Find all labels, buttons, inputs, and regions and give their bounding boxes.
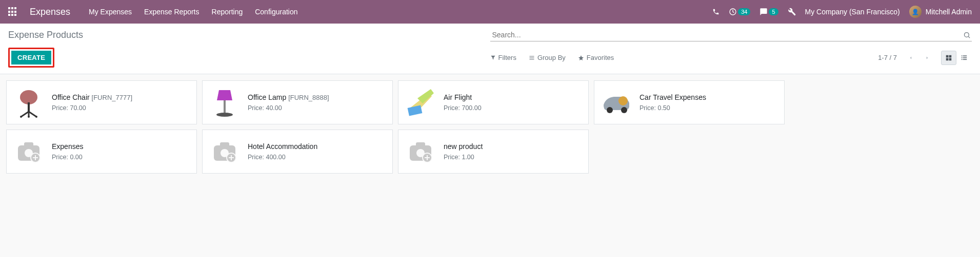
product-name: Office Chair [FURN_7777]: [52, 93, 132, 101]
product-price: Price: 700.00: [444, 104, 482, 112]
product-name: Expenses: [52, 142, 83, 151]
svg-point-28: [618, 96, 628, 105]
svg-rect-7: [962, 55, 963, 56]
product-price: Price: 70.00: [52, 104, 132, 112]
svg-rect-4: [949, 55, 952, 57]
svg-rect-21: [224, 100, 226, 113]
pager-next[interactable]: [921, 51, 934, 65]
svg-rect-10: [963, 57, 967, 58]
product-price: Price: 0.00: [52, 154, 83, 161]
avatar: 👤: [909, 6, 922, 18]
groupby-button[interactable]: Group By: [529, 54, 566, 61]
pager-prev[interactable]: [904, 51, 917, 65]
messages-badge: 5: [769, 8, 778, 15]
create-button[interactable]: CREATE: [11, 51, 51, 65]
favorites-button[interactable]: Favorites: [578, 54, 614, 61]
product-card[interactable]: Office Lamp [FURN_8888] Price: 40.00: [202, 80, 393, 124]
user-menu[interactable]: 👤 Mitchell Admin: [909, 6, 972, 18]
svg-line-16: [29, 112, 36, 117]
svg-rect-42: [416, 142, 425, 147]
product-price: Price: 400.00: [248, 154, 317, 161]
product-card[interactable]: Office Chair [FURN_7777] Price: 70.00: [6, 80, 197, 124]
nav-expense-reports[interactable]: Expense Reports: [144, 8, 199, 16]
svg-rect-25: [408, 105, 423, 116]
svg-point-27: [621, 107, 627, 113]
product-card[interactable]: Car Travel Expenses Price: 0.50: [594, 80, 785, 124]
kanban-view: Office Chair [FURN_7777] Price: 70.00 Of…: [0, 74, 980, 180]
nav-configuration[interactable]: Configuration: [255, 8, 297, 16]
svg-rect-5: [946, 58, 949, 60]
product-card[interactable]: new product Price: 1.00: [398, 130, 589, 174]
placeholder-image-icon: [209, 136, 241, 167]
groupby-label: Group By: [537, 54, 566, 61]
placeholder-image-icon: [13, 136, 45, 167]
product-card[interactable]: Hotel Accommodation Price: 400.00: [202, 130, 393, 174]
svg-point-18: [20, 116, 22, 118]
product-card[interactable]: Air Flight Price: 700.00: [398, 80, 589, 124]
phone-icon[interactable]: [712, 8, 719, 15]
filters-label: Filters: [498, 54, 516, 61]
svg-point-20: [35, 116, 37, 118]
product-name: Car Travel Expenses: [639, 93, 706, 101]
svg-rect-36: [220, 142, 229, 147]
product-name: Office Lamp [FURN_8888]: [248, 93, 329, 101]
svg-rect-30: [24, 142, 33, 147]
messages-icon[interactable]: 5: [759, 8, 778, 16]
favorites-label: Favorites: [587, 54, 614, 61]
svg-line-2: [968, 36, 970, 38]
create-highlight: CREATE: [8, 48, 54, 68]
view-list[interactable]: [956, 51, 972, 65]
svg-rect-6: [949, 58, 952, 60]
product-price: Price: 40.00: [248, 104, 329, 112]
nav-reporting[interactable]: Reporting: [212, 8, 243, 16]
product-image: [601, 87, 632, 118]
svg-point-22: [216, 113, 233, 117]
svg-rect-14: [28, 102, 30, 112]
svg-line-15: [21, 112, 29, 117]
settings-icon[interactable]: [788, 8, 796, 16]
search-input[interactable]: [490, 29, 972, 41]
product-name: Air Flight: [444, 93, 482, 101]
search-wrap: [490, 29, 972, 41]
product-image: [13, 87, 45, 118]
product-price: Price: 1.00: [444, 154, 483, 161]
product-card[interactable]: Expenses Price: 0.00: [6, 130, 197, 174]
svg-point-13: [20, 90, 37, 104]
breadcrumb: Expense Products: [8, 30, 83, 40]
pager-range[interactable]: 1-7 / 7: [878, 54, 897, 61]
product-image: [209, 87, 241, 118]
apps-icon[interactable]: [8, 7, 17, 16]
product-price: Price: 0.50: [639, 104, 706, 112]
company-switcher[interactable]: My Company (San Francisco): [805, 8, 900, 16]
search-icon[interactable]: [963, 31, 971, 39]
top-navbar: Expenses My Expenses Expense Reports Rep…: [0, 0, 980, 24]
svg-rect-9: [962, 57, 963, 58]
svg-rect-11: [962, 59, 963, 60]
product-name: new product: [444, 142, 483, 151]
svg-rect-8: [963, 55, 967, 56]
nav-my-expenses[interactable]: My Expenses: [89, 8, 132, 16]
view-kanban[interactable]: [941, 51, 956, 65]
app-brand[interactable]: Expenses: [30, 7, 70, 17]
product-name: Hotel Accommodation: [248, 142, 317, 151]
svg-rect-12: [963, 59, 967, 60]
filters-button[interactable]: Filters: [490, 54, 516, 61]
svg-point-26: [607, 107, 613, 113]
product-image: [405, 87, 436, 118]
control-panel: Expense Products CREATE Filters Group By…: [0, 24, 980, 74]
placeholder-image-icon: [405, 136, 436, 167]
user-name: Mitchell Admin: [926, 8, 972, 16]
activity-icon[interactable]: 34: [729, 8, 750, 16]
svg-point-1: [965, 32, 969, 37]
svg-rect-3: [946, 55, 949, 57]
activity-badge: 34: [738, 8, 750, 15]
svg-point-19: [28, 116, 30, 118]
